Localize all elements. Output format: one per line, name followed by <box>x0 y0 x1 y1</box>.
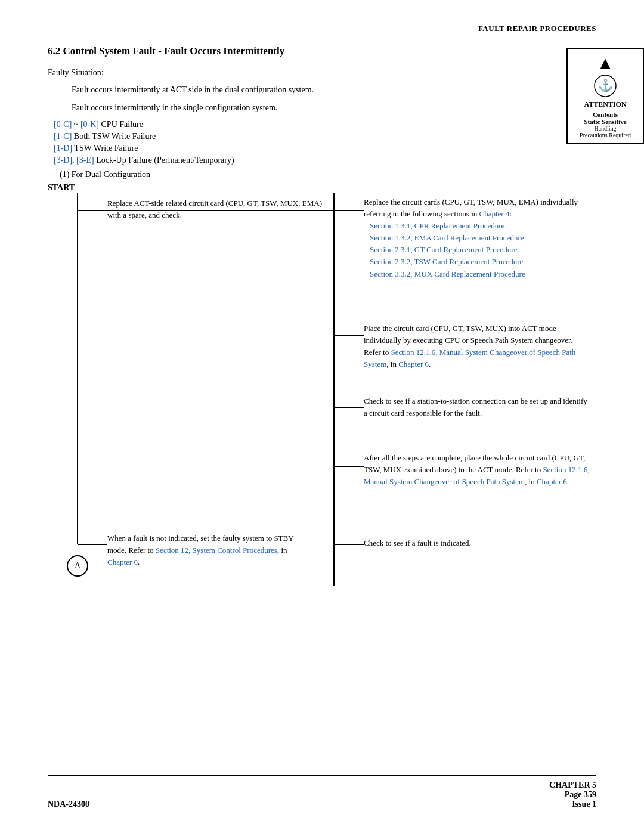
config-label: (1) For Dual Configuration <box>60 170 596 179</box>
flow-right-text-1: Replace the circuit cards (CPU, GT, TSW,… <box>364 196 590 280</box>
flow-right-text-5: Check to see if a fault is indicated. <box>364 537 590 549</box>
link-section-2-3-1[interactable]: Section 2.3.1, GT Card Replacement Proce… <box>370 245 517 254</box>
link-section-12-1-6-act[interactable]: Section 12.1.6, Manual System Changeover… <box>364 348 575 368</box>
flow-right-text-4: After all the steps are complete, place … <box>364 452 590 488</box>
flowchart-area: Replace ACT-side related circuit card (C… <box>48 193 596 634</box>
link-chapter4[interactable]: Chapter 4 <box>479 209 510 218</box>
footer-right: CHAPTER 5 Page 359 Issue 1 <box>549 781 596 809</box>
section-title: 6.2 Control System Fault - Fault Occurs … <box>48 45 596 57</box>
fault-link-0c[interactable]: [0-C] <box>54 120 72 129</box>
link-section12-stby[interactable]: Section 12, System Control Procedures <box>156 546 277 555</box>
svg-text:⚓: ⚓ <box>598 78 613 92</box>
fault-link-3d[interactable]: [3-D] <box>54 156 72 165</box>
flow-right-text-2: Place the circuit card (CPU, GT, TSW, MU… <box>364 323 590 371</box>
link-section-3-3-2[interactable]: Section 3.3.2, MUX Card Replacement Proc… <box>370 270 525 278</box>
fault-link-1d[interactable]: [1-D] <box>54 144 72 153</box>
hand-static-icon: ⚓ <box>593 74 617 98</box>
footer-chapter: CHAPTER 5 <box>549 781 596 790</box>
link-chapter6-stby[interactable]: Chapter 6 <box>107 558 138 566</box>
attention-title: ATTENTION <box>572 100 638 109</box>
footer-issue: Issue 1 <box>549 800 596 809</box>
attention-contents-line3: Handling <box>572 125 638 132</box>
fault-item-1: [1-C] Both TSW Write Failure <box>54 132 596 141</box>
circle-a: A <box>67 555 88 577</box>
link-section-2-3-2[interactable]: Section 2.3.2, TSW Card Replacement Proc… <box>370 257 523 266</box>
flow-right-text-3: Check to see if a station-to-station con… <box>364 395 590 419</box>
fault-link-0k[interactable]: [0-K] <box>80 120 99 129</box>
footer-page: Page 359 <box>549 790 596 800</box>
link-chapter6-act[interactable]: Chapter 6 <box>398 360 429 368</box>
start-label: START <box>48 183 75 193</box>
flow-left-text-1: Replace ACT-side related circuit card (C… <box>107 197 328 221</box>
flow-left-text-2: When a fault is not indicated, set the f… <box>107 532 304 568</box>
footer-left: NDA-24300 <box>48 800 89 809</box>
attention-contents-line4: Precautions Required <box>572 132 638 138</box>
fault-link-3e[interactable]: [3-E] <box>76 156 94 165</box>
attention-contents-line2: Static Sensitive <box>572 118 638 125</box>
fault-item-0: [0-C] ~ [0-K] CPU Failure <box>54 120 596 129</box>
attention-box: ▲ ⚓ ATTENTION Contents Static Sensitive … <box>566 48 644 144</box>
page: FAULT REPAIR PROCEDURES 6.2 Control Syst… <box>0 0 644 833</box>
header-title: FAULT REPAIR PROCEDURES <box>478 24 596 33</box>
faulty-situation-label: Faulty Situation: <box>48 68 596 78</box>
fault-item-3: [3-D], [3-E] Lock-Up Failure (Permanent/… <box>54 156 596 165</box>
link-section-1-3-1[interactable]: Section 1.3.1, CPR Replacement Procedure <box>370 221 504 230</box>
page-footer: NDA-24300 CHAPTER 5 Page 359 Issue 1 <box>48 775 596 809</box>
link-section-1-3-2[interactable]: Section 1.3.2, EMA Card Replacement Proc… <box>370 233 524 242</box>
fault-item-2: [1-D] TSW Write Failure <box>54 144 596 153</box>
fault-desc-2: Fault occurs intermittently in the singl… <box>72 101 596 114</box>
warning-triangle-icon: ▲ <box>572 54 638 73</box>
link-chapter6-complete[interactable]: Chapter 6 <box>537 477 567 486</box>
page-header: FAULT REPAIR PROCEDURES <box>48 24 596 33</box>
fault-desc-1: Fault occurs intermittently at ACT side … <box>72 83 596 97</box>
fault-link-1c[interactable]: [1-C] <box>54 132 72 141</box>
attention-contents-line1: Contents <box>572 111 638 118</box>
